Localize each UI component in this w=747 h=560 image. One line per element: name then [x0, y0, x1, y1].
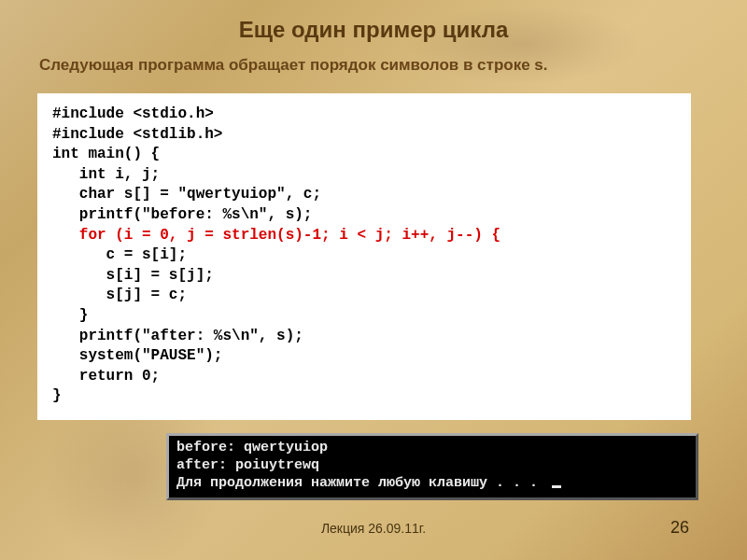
- code-line-highlight: for (i = 0, j = strlen(s)-1; i < j; i++,…: [52, 227, 500, 244]
- slide-title: Еще один пример цикла: [37, 17, 710, 43]
- code-line: int i, j;: [52, 166, 160, 183]
- code-line: printf("before: %s\n", s);: [52, 206, 312, 223]
- code-line: s[i] = s[j];: [52, 267, 214, 284]
- slide-subtitle: Следующая программа обращает порядок сим…: [37, 56, 710, 75]
- code-line: #include <stdio.h>: [52, 105, 214, 122]
- console-output: before: qwertyuiop after: poiuytrewq Для…: [166, 433, 698, 500]
- code-line: #include <stdlib.h>: [52, 126, 222, 143]
- code-line: char s[] = "qwertyuiop", c;: [52, 186, 321, 203]
- footer-lecture: Лекция 26.09.11г.: [0, 521, 747, 536]
- code-line: c = s[i];: [52, 246, 187, 263]
- code-line: }: [52, 387, 62, 404]
- cursor-icon: [552, 485, 561, 488]
- code-block: #include <stdio.h> #include <stdlib.h> i…: [37, 93, 691, 420]
- code-line: system("PAUSE");: [52, 347, 222, 364]
- code-line: return 0;: [52, 368, 160, 385]
- slide: Еще один пример цикла Следующая программ…: [0, 0, 747, 560]
- code-line: int main() {: [52, 146, 160, 162]
- console-line: Для продолжения нажмите любую клавишу . …: [176, 475, 546, 491]
- code-line: }: [52, 307, 88, 324]
- console-line: after: poiuytrewq: [176, 457, 319, 473]
- page-number: 26: [670, 518, 689, 538]
- code-line: printf("after: %s\n", s);: [52, 328, 303, 344]
- code-line: s[j] = c;: [52, 287, 187, 303]
- console-line: before: qwertyuiop: [176, 440, 328, 455]
